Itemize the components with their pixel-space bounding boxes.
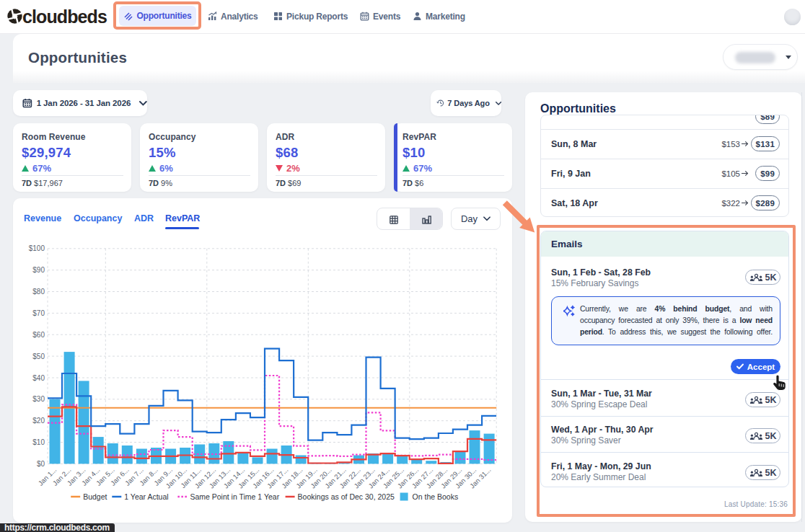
svg-text:$60: $60 [32, 331, 45, 339]
svg-text:$10: $10 [32, 438, 45, 446]
svg-text:$80: $80 [32, 288, 45, 296]
svg-text:$30: $30 [32, 395, 45, 403]
svg-text:$70: $70 [32, 309, 45, 317]
svg-text:1 Year Actual: 1 Year Actual [124, 492, 168, 501]
svg-text:Bookings as of Dec 30, 2025: Bookings as of Dec 30, 2025 [298, 492, 395, 501]
svg-text:$40: $40 [32, 374, 45, 382]
svg-text:Budget: Budget [83, 492, 107, 501]
svg-text:$0: $0 [37, 460, 45, 468]
svg-text:$100: $100 [29, 244, 45, 252]
svg-text:On the Books: On the Books [413, 492, 459, 501]
svg-text:$90: $90 [32, 266, 45, 274]
svg-text:$20: $20 [32, 417, 45, 425]
svg-text:Same Point in Time 1 Year: Same Point in Time 1 Year [190, 492, 279, 501]
svg-text:$50: $50 [32, 353, 45, 360]
